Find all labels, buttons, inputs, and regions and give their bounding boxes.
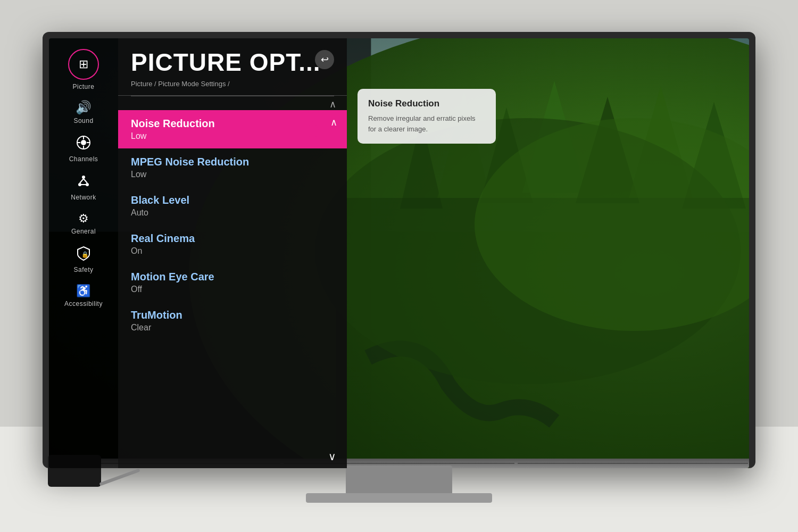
sidebar: ⊞ Picture 🔊 Sound (49, 38, 118, 468)
svg-line-23 (84, 179, 87, 183)
main-panel: PICTURE OPT... ↩ Picture / Picture Mode … (118, 38, 347, 468)
tv-stand-base (306, 493, 492, 503)
info-tooltip: Noise Reduction Remove irregular and err… (358, 89, 496, 144)
network-icon (76, 173, 91, 192)
sidebar-item-picture[interactable]: ⊞ (68, 49, 99, 80)
panel-header: PICTURE OPT... ↩ Picture / Picture Mode … (118, 38, 347, 96)
panel-title: PICTURE OPT... (131, 50, 334, 74)
sidebar-label-general[interactable]: General (71, 228, 96, 235)
safety-icon: 🔒 (77, 246, 90, 264)
menu-item-trumotion[interactable]: TruMotion Clear (118, 302, 347, 340)
back-button[interactable]: ↩ (315, 50, 334, 69)
sidebar-label-network[interactable]: Network (71, 194, 96, 201)
menu-item-noise-reduction[interactable]: Noise Reduction Low ∧ (118, 110, 347, 148)
real-cinema-label: Real Cinema (131, 232, 334, 245)
accessibility-icon: ♿ (76, 284, 90, 298)
sidebar-label-accessibility[interactable]: Accessibility (64, 300, 103, 307)
menu-list: Noise Reduction Low ∧ MPEG Nois (118, 110, 347, 445)
teardrop-indicator (305, 120, 320, 138)
sidebar-label-channels[interactable]: Channels (69, 155, 98, 163)
picture-icon: ⊞ (74, 55, 93, 74)
black-level-label: Black Level (131, 194, 334, 206)
motion-eye-care-value: Off (131, 285, 334, 294)
menu-item-black-level[interactable]: Black Level Auto (118, 187, 347, 225)
svg-text:🔒: 🔒 (81, 251, 89, 258)
sidebar-label-safety[interactable]: Safety (73, 266, 93, 273)
menu-item-real-cinema[interactable]: Real Cinema On (118, 225, 347, 263)
chevron-up-icon: ∧ (330, 117, 337, 128)
trumotion-value: Clear (131, 323, 334, 332)
tooltip-title: Noise Reduction (368, 98, 485, 109)
channels-icon (76, 135, 91, 153)
real-cinema-value: On (131, 246, 334, 256)
sidebar-label-sound[interactable]: Sound (73, 117, 93, 124)
breadcrumb: Picture / Picture Mode Settings / (131, 80, 334, 88)
noise-reduction-value: Low (131, 131, 334, 141)
mpeg-noise-reduction-label: MPEG Noise Reduction (131, 156, 334, 168)
general-icon: ⚙ (78, 212, 89, 226)
tooltip-description: Remove irregular and erratic pixels for … (368, 113, 485, 134)
sidebar-label-picture: Picture (73, 83, 95, 90)
svg-point-14 (81, 140, 86, 145)
motion-eye-care-label: Motion Eye Care (131, 271, 334, 283)
scroll-down-indicator[interactable]: ∨ (118, 445, 347, 468)
menu-item-mpeg-noise-reduction[interactable]: MPEG Noise Reduction Low (118, 148, 347, 187)
svg-line-22 (80, 179, 84, 183)
black-level-value: Auto (131, 208, 334, 218)
scroll-up-indicator[interactable]: ∧ (329, 98, 336, 110)
noise-reduction-label: Noise Reduction (131, 118, 334, 130)
menu-item-motion-eye-care[interactable]: Motion Eye Care Off (118, 263, 347, 302)
svg-point-19 (82, 176, 85, 179)
tv-frame: ⊞ Picture 🔊 Sound (43, 32, 755, 468)
sound-icon: 🔊 (76, 100, 92, 115)
mpeg-noise-reduction-value: Low (131, 170, 334, 179)
room-background: ⊞ Picture 🔊 Sound (0, 0, 798, 532)
tv-stand (346, 466, 452, 495)
tv-screen: ⊞ Picture 🔊 Sound (49, 38, 749, 468)
trumotion-label: TruMotion (131, 309, 334, 321)
